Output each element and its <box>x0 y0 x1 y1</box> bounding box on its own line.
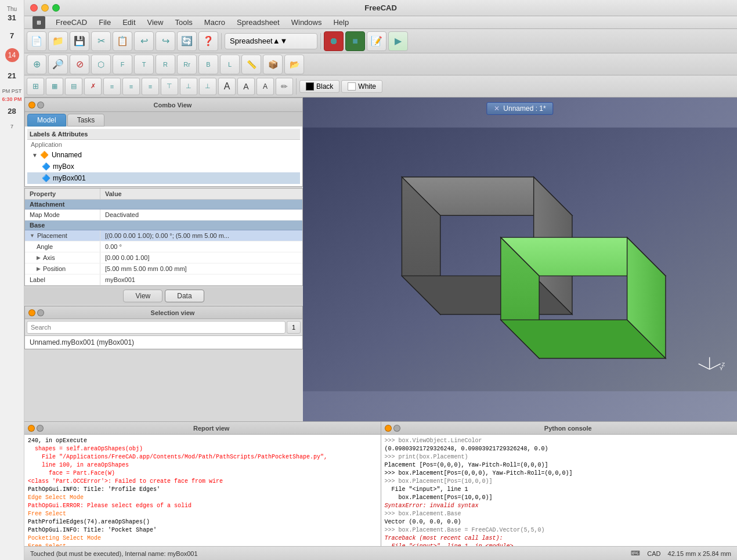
toolbar-refresh[interactable]: 🔄 <box>177 31 197 51</box>
selection-search-btn[interactable]: 1 <box>287 321 301 334</box>
tree-arrow-unnamed: ▼ <box>32 152 38 158</box>
menu-macro[interactable]: Macro <box>200 17 230 28</box>
ss-align-bot[interactable]: ⊥ <box>199 78 216 95</box>
toolbar-paste[interactable]: 📋 <box>113 31 132 51</box>
menu-windows[interactable]: Windows <box>287 17 327 28</box>
toolbar-undo[interactable]: ↩ <box>134 31 154 51</box>
view-rear[interactable]: Rr <box>177 55 197 74</box>
menu-tools[interactable]: Tools <box>171 17 197 28</box>
view-top[interactable]: T <box>134 55 154 74</box>
ss-table2[interactable]: ▦ <box>46 78 63 95</box>
close-button[interactable] <box>30 4 38 12</box>
toolbar-cut[interactable]: ✂ <box>91 31 111 51</box>
view-folder[interactable]: 📂 <box>284 55 304 74</box>
view-part-icon[interactable]: 📦 <box>263 55 283 74</box>
ss-font-med[interactable]: A <box>237 78 255 95</box>
ss-align-mid[interactable]: ⊥ <box>180 78 197 95</box>
placement-property: ▼ Placement <box>25 230 100 241</box>
tab-data[interactable]: Data <box>165 290 204 302</box>
report-minimize-btn[interactable] <box>37 425 44 432</box>
combo-minimize-btn[interactable] <box>37 102 44 109</box>
viewport-tab[interactable]: ✕ Unnamed : 1* <box>486 102 553 115</box>
props-row-position[interactable]: ▶ Position [5.00 mm 5.00 mm 0.00 mm] <box>25 263 302 274</box>
ss-font-small[interactable]: A <box>256 78 274 95</box>
toolbar-redo[interactable]: ↪ <box>156 31 175 51</box>
py-line-1: (0.09803921729326248, 0.0980392172932624… <box>385 445 734 453</box>
viewport[interactable]: ✕ Unnamed : 1* <box>303 97 737 421</box>
viewport-tab-label: Unnamed : 1* <box>503 104 545 113</box>
view-right[interactable]: R <box>156 55 175 74</box>
toolbar-record[interactable]: ⏺ <box>324 31 344 51</box>
toolbar-new[interactable]: 📄 <box>27 31 46 51</box>
report-panel: Report view 240, in opExecute shapes = s… <box>24 422 381 546</box>
ss-align-top[interactable]: ⊤ <box>161 78 178 95</box>
ss-align-center[interactable]: ≡ <box>122 78 140 95</box>
selection-search-input[interactable] <box>27 321 286 334</box>
toolbar-open[interactable]: 📁 <box>48 31 68 51</box>
menu-spreadsheet[interactable]: Spreadsheet <box>232 17 284 28</box>
ss-font-large[interactable]: A <box>218 78 236 95</box>
ss-table[interactable]: ⊞ <box>27 78 44 95</box>
props-row-mapmode[interactable]: Map Mode Deactivated <box>25 209 302 221</box>
tree-label-unnamed: Unnamed <box>52 151 82 159</box>
toolbar-macro-edit[interactable]: 📝 <box>367 31 386 51</box>
report-content[interactable]: 240, in opExecute shapes = self.areaOpSh… <box>24 435 381 546</box>
tab-tasks[interactable]: Tasks <box>67 114 105 127</box>
python-close-buttons <box>385 425 400 432</box>
view-perspective[interactable]: ⬡ <box>91 55 111 74</box>
python-header: Python console <box>381 422 738 435</box>
tab-view[interactable]: View <box>123 290 162 302</box>
maximize-button[interactable] <box>52 4 60 12</box>
report-view-title: Report view <box>46 425 377 432</box>
position-value: [5.00 mm 5.00 mm 0.00 mm] <box>100 263 302 274</box>
freecad-window: FreeCAD ⊞ FreeCAD File Edit View Tools M… <box>24 0 737 560</box>
view-measure[interactable]: 📏 <box>241 55 261 74</box>
ss-prop[interactable]: ▤ <box>65 78 82 95</box>
toolbar-workbench-label: Spreadsheet <box>230 37 273 45</box>
props-row-placement[interactable]: ▼ Placement [(0.00 0.00 1.00); 0.00 °; (… <box>25 230 302 241</box>
viewport-close-icon[interactable]: ✕ <box>494 104 500 113</box>
menu-view[interactable]: View <box>143 17 168 28</box>
tree-label-mybox: myBox <box>53 162 74 171</box>
report-close-btn[interactable] <box>28 425 35 432</box>
combo-close-btn[interactable] <box>28 102 35 109</box>
python-minimize-btn[interactable] <box>393 425 400 432</box>
axis-value: [0.00 0.00 1.00] <box>100 252 302 263</box>
menu-edit[interactable]: Edit <box>118 17 140 28</box>
python-close-btn[interactable] <box>385 425 392 432</box>
menu-freecad[interactable]: FreeCAD <box>51 17 92 28</box>
view-fit-sel[interactable]: 🔎 <box>48 55 68 74</box>
python-content[interactable]: >>> box.ViewObject.LineColor (0.09803921… <box>381 435 738 546</box>
props-row-axis[interactable]: ▶ Axis [0.00 0.00 1.00] <box>25 252 302 263</box>
tab-model[interactable]: Model <box>27 114 66 127</box>
view-fit-all[interactable]: ⊕ <box>27 55 46 74</box>
ss-del[interactable]: ✗ <box>84 78 102 95</box>
ss-align-left[interactable]: ≡ <box>103 78 121 95</box>
view-bottom[interactable]: B <box>198 55 218 74</box>
color-white-button[interactable]: White <box>341 80 382 93</box>
toolbar-workbench-dropdown[interactable]: Spreadsheet ▲▼ <box>225 33 317 49</box>
toolbar-save[interactable]: 💾 <box>70 31 89 51</box>
view-draw-style[interactable]: ⊘ <box>70 55 89 74</box>
toolbar-stop[interactable]: ■ <box>345 31 365 51</box>
left-panel: Combo View Model Tasks Labels & Attribut… <box>24 97 303 421</box>
sel-minimize-btn[interactable] <box>37 309 44 316</box>
color-black-button[interactable]: Black <box>299 80 339 93</box>
view-front[interactable]: F <box>113 55 132 74</box>
tree-item-unnamed[interactable]: ▼ 🔶 Unnamed <box>27 149 300 161</box>
tree-item-mybox001[interactable]: 🔷 myBox001 <box>27 172 300 184</box>
ss-style[interactable]: ✏ <box>276 78 293 95</box>
tree-item-mybox[interactable]: 🔷 myBox <box>27 161 300 172</box>
toolbar-help[interactable]: ❓ <box>198 31 218 51</box>
view-left[interactable]: L <box>220 55 240 74</box>
menu-file[interactable]: File <box>94 17 115 28</box>
sel-close-btn[interactable] <box>28 309 35 316</box>
props-row-label[interactable]: Label myBox001 <box>25 274 302 286</box>
props-row-angle[interactable]: Angle 0.00 ° <box>25 241 302 252</box>
menu-help[interactable]: Help <box>328 17 353 28</box>
minimize-button[interactable] <box>41 4 49 12</box>
angle-property: Angle <box>25 241 100 252</box>
toolbar-run[interactable]: ▶ <box>388 31 408 51</box>
ss-align-right[interactable]: ≡ <box>142 78 159 95</box>
combo-close-buttons <box>28 102 44 109</box>
